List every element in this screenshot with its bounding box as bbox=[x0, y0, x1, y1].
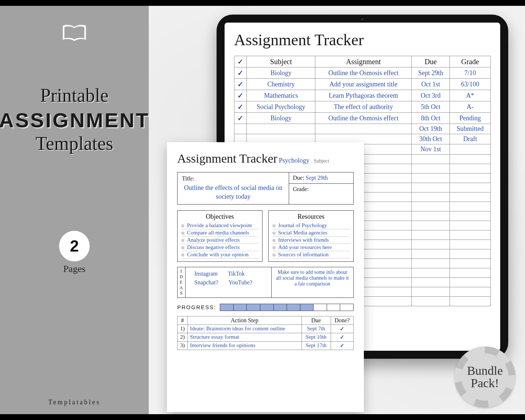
list-item: Discuss negative effects bbox=[181, 244, 258, 251]
grade-cell: A- bbox=[450, 101, 491, 113]
objectives-heading: Objectives bbox=[181, 213, 258, 221]
done-cell bbox=[331, 333, 353, 341]
progress-segment bbox=[260, 304, 274, 311]
check-cell bbox=[234, 124, 247, 134]
table-row: Biology Outline the Osmosis effect 8th O… bbox=[234, 113, 491, 124]
grade-cell bbox=[450, 144, 491, 155]
ideas-right: Make sure to add some info about all soc… bbox=[271, 267, 353, 298]
step-cell: Structure essay format bbox=[188, 333, 302, 341]
assignment-cell bbox=[315, 124, 412, 134]
col-step: Action Step bbox=[188, 316, 302, 324]
check-cell bbox=[234, 67, 247, 79]
done-cell bbox=[331, 341, 353, 350]
progress-segment bbox=[340, 304, 353, 311]
grade-cell: Submitted bbox=[450, 124, 491, 134]
idea-item: TikTok bbox=[228, 271, 245, 277]
progress-bar bbox=[220, 304, 354, 311]
due-value: Sept 29th bbox=[306, 175, 328, 181]
check-cell bbox=[234, 113, 247, 124]
subject-cell: Social Psychology bbox=[247, 101, 315, 113]
table-row: Biology Outline the Osmosis effect Sept … bbox=[234, 67, 491, 79]
list-item: Compare all media channels bbox=[181, 229, 258, 237]
subject-cell: Biology bbox=[247, 67, 315, 79]
meta-row: Title: Outline the effects of social med… bbox=[177, 172, 354, 205]
idea-item: Instagram bbox=[194, 271, 218, 277]
table-row: 2) Structure essay format Sept 10th bbox=[178, 333, 354, 341]
due-cell: Oct 1st bbox=[412, 79, 450, 90]
col-check: ✓ bbox=[234, 56, 247, 67]
objectives-box: Objectives Provide a balanced viewpointC… bbox=[177, 210, 262, 262]
bundle-badge: BundlePack! bbox=[454, 346, 516, 408]
list-item: Analyze positive effects bbox=[181, 237, 258, 244]
table-row: Social Psychology The effect of authorit… bbox=[234, 101, 491, 113]
due-cell: Oct 19th bbox=[412, 124, 450, 134]
adue-cell: Sept 7th bbox=[302, 324, 331, 333]
num-cell: 3) bbox=[178, 341, 188, 350]
ideas-label: IDEAS bbox=[178, 267, 186, 298]
subject-value: Psychology bbox=[279, 157, 310, 164]
grade-cell: Draft bbox=[450, 134, 491, 144]
subject-cell: Chemistry bbox=[247, 79, 315, 90]
list-item: Conclude with your opinion bbox=[181, 251, 258, 258]
table-row: 3) Interview friends for opinions Sept 1… bbox=[178, 341, 354, 350]
two-col: Objectives Provide a balanced viewpointC… bbox=[177, 210, 354, 262]
title-label: Title: bbox=[182, 175, 194, 182]
book-icon bbox=[61, 24, 88, 44]
progress-segment bbox=[220, 304, 234, 311]
preview-area: Assignment Tracker ✓ Subject Assignment … bbox=[149, 6, 525, 414]
col-assignment: Assignment bbox=[315, 56, 412, 67]
progress-segment bbox=[274, 304, 287, 311]
title-value: Outline the effects of social media on s… bbox=[182, 183, 284, 201]
paper-template: Assignment Tracker Psychology Subject Ti… bbox=[167, 142, 364, 412]
table-row: 1) Ideate: Brainstorm ideas for content … bbox=[178, 324, 354, 333]
due-cell: 5th Oct bbox=[412, 101, 450, 113]
due-cell: 30th Oct bbox=[412, 134, 450, 144]
bundle-line1: Bundle bbox=[467, 364, 503, 377]
subject-cell bbox=[247, 124, 315, 134]
resources-heading: Resources bbox=[272, 213, 350, 221]
due-label: Due: bbox=[293, 175, 304, 181]
heading: Printable ASSIGNMENT Templates bbox=[0, 85, 150, 154]
table-header: ✓ Subject Assignment Due Grade bbox=[234, 56, 491, 67]
due-cell: 8th Oct bbox=[412, 113, 450, 124]
brand: Templatables bbox=[48, 398, 101, 406]
table-row: Mathematics Learn Pythagoras theorem Oct… bbox=[234, 90, 491, 101]
due-cell: Nov 1st bbox=[412, 144, 450, 155]
col-done: Done? bbox=[331, 316, 353, 324]
num-cell: 2) bbox=[178, 333, 188, 341]
list-item: Social Media agencies bbox=[272, 229, 350, 237]
grade-cell: 7/10 bbox=[450, 67, 491, 79]
col-num: # bbox=[178, 316, 188, 324]
list-item: Sources of information bbox=[272, 251, 350, 258]
assignment-cell: Outline the Osmosis effect bbox=[315, 67, 412, 79]
list-item: Add your resources here bbox=[272, 244, 350, 251]
adue-cell: Sept 10th bbox=[302, 333, 331, 341]
pages-badge: 2 Pages bbox=[59, 231, 90, 275]
list-item: Interviews with friends bbox=[272, 237, 350, 244]
tablet-title: Assignment Tracker bbox=[234, 31, 364, 49]
heading-line3: Templates bbox=[0, 133, 150, 154]
left-panel: Printable ASSIGNMENT Templates 2 Pages T… bbox=[0, 6, 149, 414]
adue-cell: Sept 17th bbox=[302, 341, 331, 350]
action-table: # Action Step Due Done? 1) Ideate: Brain… bbox=[177, 316, 354, 350]
list-item: Provide a balanced viewpoint bbox=[181, 222, 258, 229]
table-row: Chemistry Add your assignment title Oct … bbox=[234, 79, 491, 90]
num-cell: 1) bbox=[178, 324, 188, 333]
paper-title: Assignment Tracker bbox=[177, 152, 277, 166]
grade-label: Grade: bbox=[293, 186, 309, 192]
assignment-cell: Add your assignment title bbox=[315, 79, 412, 90]
assignment-cell: The effect of authority bbox=[315, 101, 412, 113]
col-subject: Subject bbox=[247, 56, 315, 67]
pages-count: 2 bbox=[59, 231, 90, 261]
table-row: Oct 19th Submitted bbox=[234, 124, 491, 134]
grade-cell: 63/100 bbox=[450, 79, 491, 90]
resources-box: Resources Journal of PsychologySocial Me… bbox=[268, 210, 354, 262]
step-cell: Interview friends for opinions bbox=[188, 341, 302, 350]
due-cell: Sept 29th bbox=[412, 67, 450, 79]
assignment-cell: Learn Pythagoras theorem bbox=[315, 90, 412, 101]
check-cell bbox=[234, 79, 247, 90]
step-cell: Ideate: Brainstorm ideas for content out… bbox=[188, 324, 302, 333]
due-cell: Oct 3rd bbox=[412, 90, 450, 101]
progress-segment bbox=[327, 304, 341, 311]
idea-item: YouTube? bbox=[229, 279, 252, 286]
